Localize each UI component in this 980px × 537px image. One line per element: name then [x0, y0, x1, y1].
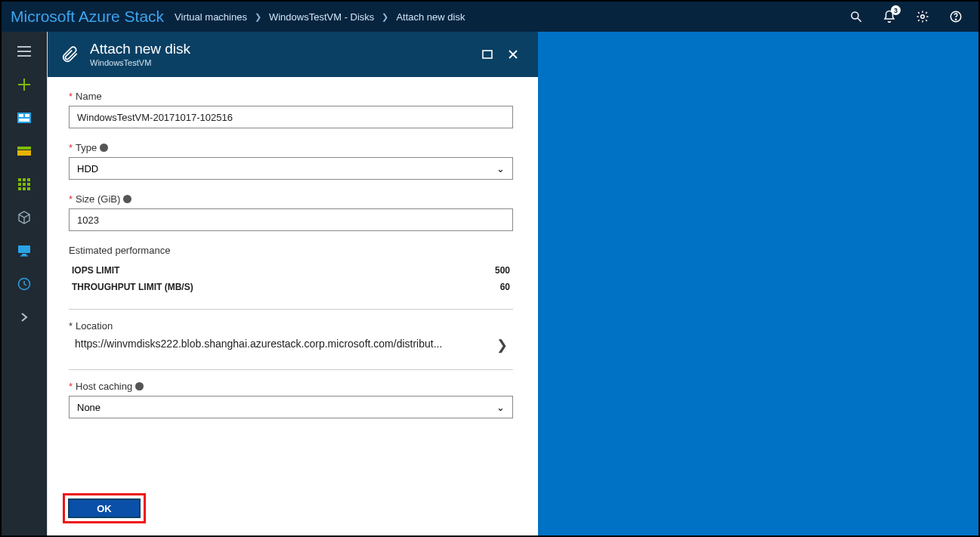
notifications-button[interactable]: 3 [873, 2, 906, 32]
breadcrumb-item[interactable]: WindowsTestVM - Disks [269, 11, 374, 23]
sidebar-all-resources[interactable] [2, 168, 47, 201]
sidebar [2, 32, 47, 535]
breadcrumb-item[interactable]: Virtual machines [175, 11, 247, 23]
search-button[interactable] [839, 2, 873, 32]
main: Attach new disk WindowsTestVM *Name [47, 32, 978, 535]
perf-label: THROUGHPUT LIMIT (MB/S) [72, 282, 193, 292]
perf-value: 60 [500, 282, 510, 292]
restore-button[interactable] [475, 42, 500, 67]
sidebar-new[interactable] [2, 68, 47, 101]
resource-icon [17, 147, 31, 156]
required-asterisk: * [69, 381, 73, 392]
sidebar-resource-groups[interactable] [2, 134, 47, 168]
svg-rect-17 [23, 178, 26, 181]
blade-footer: OK [48, 486, 538, 535]
svg-rect-18 [27, 178, 30, 181]
host-caching-select[interactable]: None ⌄ [69, 396, 513, 418]
sidebar-virtual-machines[interactable] [2, 234, 47, 267]
ok-highlight: OK [63, 493, 146, 523]
perf-row: THROUGHPUT LIMIT (MB/S) 60 [69, 279, 513, 295]
attach-icon [60, 45, 79, 64]
grid-icon [18, 178, 30, 190]
notification-badge: 3 [891, 5, 901, 15]
host-caching-label: Host caching [76, 381, 132, 392]
svg-rect-15 [17, 150, 31, 156]
svg-rect-20 [23, 183, 26, 186]
chevron-right-icon: ❯ [490, 337, 513, 353]
topbar: Microsoft Azure Stack Virtual machines ❯… [2, 2, 978, 32]
chevron-right-icon: ❯ [255, 12, 261, 22]
plus-icon [17, 77, 32, 92]
blade-subtitle: WindowsTestVM [90, 58, 475, 67]
top-actions: 3 [839, 2, 972, 32]
ok-button[interactable]: OK [68, 498, 141, 518]
type-value: HDD [77, 163, 98, 174]
blade: Attach new disk WindowsTestVM *Name [47, 32, 538, 535]
chevron-right-icon [20, 312, 29, 323]
svg-rect-21 [27, 183, 30, 186]
gear-icon [916, 10, 929, 23]
close-button[interactable] [500, 42, 526, 67]
blade-header: Attach new disk WindowsTestVM [48, 32, 538, 77]
info-icon[interactable] [100, 144, 108, 152]
name-label: Name [76, 91, 102, 102]
breadcrumb: Virtual machines ❯ WindowsTestVM - Disks… [175, 11, 465, 23]
window: Microsoft Azure Stack Virtual machines ❯… [0, 0, 980, 537]
sidebar-dashboard[interactable] [2, 101, 47, 134]
chevron-right-icon: ❯ [382, 12, 388, 22]
divider [69, 369, 513, 370]
type-label: Type [76, 142, 97, 153]
breadcrumb-item[interactable]: Attach new disk [396, 11, 465, 23]
svg-rect-24 [27, 187, 30, 190]
svg-rect-27 [20, 255, 28, 257]
restore-icon [482, 50, 493, 59]
size-input[interactable] [69, 208, 513, 231]
svg-rect-26 [22, 254, 26, 255]
dashboard-icon [17, 113, 31, 123]
body: Attach new disk WindowsTestVM *Name [2, 32, 978, 535]
blade-title: Attach new disk [90, 42, 475, 57]
close-icon [508, 49, 518, 60]
svg-line-1 [858, 18, 861, 22]
chevron-down-icon: ⌄ [496, 163, 505, 174]
svg-rect-14 [17, 147, 31, 150]
svg-point-0 [852, 12, 858, 19]
size-label: Size (GiB) [76, 193, 120, 205]
chevron-down-icon: ⌄ [496, 402, 505, 413]
svg-point-2 [921, 15, 925, 19]
sidebar-recent[interactable] [2, 267, 47, 301]
divider [69, 309, 513, 310]
info-icon[interactable] [135, 382, 144, 390]
svg-rect-13 [19, 119, 29, 122]
svg-rect-12 [25, 114, 29, 117]
type-select[interactable]: HDD ⌄ [69, 157, 513, 180]
brand: Microsoft Azure Stack [11, 8, 164, 26]
search-icon [849, 10, 863, 23]
perf-label: IOPS LIMIT [72, 265, 119, 276]
info-icon[interactable] [123, 195, 131, 203]
help-button[interactable] [939, 2, 972, 32]
svg-rect-19 [18, 183, 21, 186]
svg-rect-16 [18, 178, 21, 181]
sidebar-menu-toggle[interactable] [2, 35, 47, 68]
required-asterisk: * [69, 142, 73, 153]
required-asterisk: * [69, 91, 73, 102]
location-value: https://winvmdisks222.blob.shanghai.azur… [69, 335, 490, 356]
hamburger-icon [17, 45, 32, 57]
sidebar-cube[interactable] [2, 201, 47, 234]
svg-rect-22 [18, 187, 21, 190]
svg-rect-23 [23, 187, 26, 190]
location-label: Location [76, 320, 113, 332]
clock-icon [17, 277, 31, 291]
settings-button[interactable] [906, 2, 939, 32]
svg-point-4 [955, 19, 956, 20]
required-asterisk: * [69, 320, 73, 332]
host-caching-value: None [77, 402, 100, 413]
location-picker[interactable]: https://winvmdisks222.blob.shanghai.azur… [69, 335, 513, 356]
perf-row: IOPS LIMIT 500 [69, 262, 513, 279]
blade-body: *Name *Type HDD ⌄ *Size (GiB) [48, 77, 538, 486]
perf-title: Estimated performance [69, 245, 170, 256]
name-input[interactable] [69, 106, 513, 128]
monitor-icon [17, 245, 31, 257]
sidebar-more[interactable] [2, 301, 47, 334]
